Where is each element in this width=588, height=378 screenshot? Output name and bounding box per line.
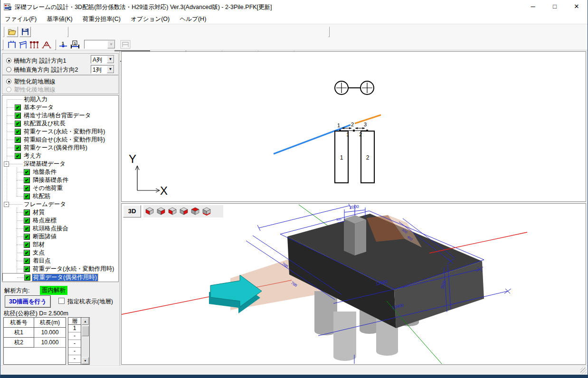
checked-checkbox-icon[interactable]: ✔: [15, 145, 21, 151]
member-select-combobox[interactable]: ▼: [84, 40, 115, 49]
checked-checkbox-icon[interactable]: ✔: [15, 137, 21, 143]
layer-cell[interactable]: -: [68, 355, 81, 363]
chevron-down-icon[interactable]: ▼: [107, 56, 114, 63]
checked-checkbox-icon[interactable]: ✔: [24, 258, 30, 264]
checked-checkbox-icon[interactable]: ✔: [24, 169, 30, 175]
scroll-down-icon[interactable]: ▼: [82, 357, 89, 364]
tree-item[interactable]: -深礎基礎データ: [2, 160, 118, 168]
tree-item[interactable]: ✔荷重データ(偶発作用時): [2, 273, 26, 281]
tree-collapse-icon[interactable]: -: [4, 161, 9, 167]
tree-item[interactable]: ✔杭配置及び杭長: [2, 120, 118, 128]
menu-load-share[interactable]: 荷重分担率(C): [78, 13, 125, 23]
menu-standard-values[interactable]: 基準値(K): [42, 13, 76, 23]
view-3d-canvas[interactable]: 2000 300 12500 13400 3500 500 400 700 70…: [122, 204, 586, 364]
chevron-down-icon[interactable]: ▼: [107, 40, 115, 48]
row-select[interactable]: A列 ▼: [91, 55, 114, 64]
pile-display-checkbox[interactable]: [58, 298, 65, 304]
tree-item[interactable]: ✔荷重ケース(偶発作用時): [2, 144, 118, 152]
tree-item[interactable]: ✔着目点: [2, 257, 118, 265]
pile-no-cell[interactable]: 杭1: [4, 328, 34, 338]
direction2-radio[interactable]: [6, 67, 11, 72]
minimize-button[interactable]: ─: [522, 0, 544, 13]
pile-length-cell[interactable]: 10.000: [34, 338, 66, 348]
column-select[interactable]: 1列 ▼: [91, 65, 114, 74]
maximize-button[interactable]: □: [544, 0, 566, 13]
checked-checkbox-icon[interactable]: ✔: [15, 121, 21, 127]
view-cube-6-icon[interactable]: [202, 207, 211, 216]
node-number-icon[interactable]: 1: [58, 40, 68, 49]
checked-checkbox-icon[interactable]: ✔: [24, 242, 30, 248]
menu-options[interactable]: オプション(O): [126, 13, 174, 23]
checked-checkbox-icon[interactable]: ✔: [24, 234, 30, 240]
direction2-radio-row[interactable]: 橋軸直角方向 設計方向2: [6, 66, 78, 73]
tree-item[interactable]: ✔部材: [2, 241, 118, 249]
frame-portal-icon[interactable]: [7, 40, 17, 49]
checked-checkbox-icon[interactable]: ✔: [24, 274, 30, 281]
scroll-thumb[interactable]: [82, 326, 89, 336]
tree-item[interactable]: ✔地盤条件: [2, 168, 118, 176]
plan-elevation-view[interactable]: 1 2 3 1 2 1 2 Y X: [121, 51, 586, 202]
table-row[interactable]: 杭1 10.000: [4, 328, 66, 338]
tree-item[interactable]: ✔杭配筋: [2, 192, 118, 200]
checked-checkbox-icon[interactable]: ✔: [15, 129, 21, 135]
direction1-radio-row[interactable]: 橋軸方向 設計方向1: [6, 57, 66, 64]
checked-checkbox-icon[interactable]: ✔: [15, 113, 21, 119]
resize-grip[interactable]: [580, 368, 587, 374]
view-cube-5-icon[interactable]: [191, 207, 200, 216]
frame-nodes-icon[interactable]: [29, 40, 39, 49]
view-3d-button[interactable]: 3D: [123, 205, 141, 217]
tree-item[interactable]: ✔その他荷重: [2, 184, 118, 192]
tree-item[interactable]: ✔荷重ケース(永続・変動作用時): [2, 128, 118, 136]
view-cube-1-icon[interactable]: [145, 207, 154, 216]
tree-item[interactable]: ✔構造寸法/橋台背面データ: [2, 112, 118, 120]
layer-cell[interactable]: -: [68, 348, 81, 355]
tree-item[interactable]: ✔支点: [2, 249, 118, 257]
pile-length-cell[interactable]: 10.000: [34, 328, 66, 338]
layer-cell[interactable]: 1: [68, 325, 81, 332]
tree-item[interactable]: ✔基本データ: [2, 104, 118, 112]
tree-collapse-icon[interactable]: -: [4, 202, 9, 207]
open-file-button[interactable]: [7, 27, 18, 37]
tree-item[interactable]: ✔断面諸値: [2, 233, 118, 241]
layer-scrollbar[interactable]: ▲ ▼: [81, 318, 89, 364]
checked-checkbox-icon[interactable]: ✔: [24, 209, 30, 216]
strata-before-radio[interactable]: [6, 79, 11, 84]
checked-checkbox-icon[interactable]: ✔: [15, 104, 21, 111]
table-row[interactable]: 杭2 10.000: [4, 338, 66, 348]
toolbar-grip[interactable]: [328, 27, 330, 37]
view-cube-4-icon[interactable]: [180, 207, 189, 216]
tree-item[interactable]: ✔荷重組合せ(永続・変動作用時): [2, 136, 118, 144]
checked-checkbox-icon[interactable]: ✔: [24, 185, 30, 191]
checked-checkbox-icon[interactable]: ✔: [24, 226, 30, 232]
chevron-down-icon[interactable]: ▼: [107, 66, 114, 73]
checked-checkbox-icon[interactable]: ✔: [24, 266, 30, 272]
layer-cell[interactable]: -: [68, 332, 81, 340]
tree-item[interactable]: -フレームデータ: [2, 200, 118, 208]
close-button[interactable]: ✕: [566, 0, 588, 13]
toolbar-grip[interactable]: [55, 39, 56, 50]
tree-item[interactable]: ✔格点座標: [2, 217, 118, 225]
save-button[interactable]: [19, 27, 31, 37]
menu-help[interactable]: ヘルプ(H): [176, 13, 211, 23]
view-3d[interactable]: 2000 300 12500 13400 3500 500 400 700 70…: [121, 203, 586, 365]
direction1-radio[interactable]: [6, 58, 11, 63]
member-number-icon[interactable]: 1: [70, 40, 80, 49]
tree-item[interactable]: ✔隣接基礎条件: [2, 176, 118, 184]
menu-file[interactable]: ファイル(F): [0, 13, 41, 23]
frame-arch-icon[interactable]: [41, 40, 52, 49]
checked-checkbox-icon[interactable]: ✔: [24, 177, 30, 183]
view-cube-2-icon[interactable]: [157, 207, 166, 216]
toolbar-grip[interactable]: [67, 27, 68, 37]
tree-item[interactable]: 初期入力: [2, 95, 118, 104]
checked-checkbox-icon[interactable]: ✔: [15, 153, 21, 159]
draw-3d-button[interactable]: 3D描画を行う: [5, 295, 51, 308]
layer-cell[interactable]: -: [68, 340, 81, 348]
strata-before-radio-row[interactable]: 塑性化前地層線: [6, 78, 56, 85]
scroll-up-icon[interactable]: ▲: [82, 318, 89, 325]
view-cube-3-icon[interactable]: [168, 207, 177, 216]
checked-checkbox-icon[interactable]: ✔: [24, 193, 30, 199]
pile-no-cell[interactable]: 杭2: [4, 338, 34, 348]
tree-item[interactable]: ✔荷重データ(永続・変動作用時): [2, 265, 118, 273]
frame-slant-icon[interactable]: [19, 40, 28, 49]
toolbar-grip[interactable]: [3, 27, 4, 37]
